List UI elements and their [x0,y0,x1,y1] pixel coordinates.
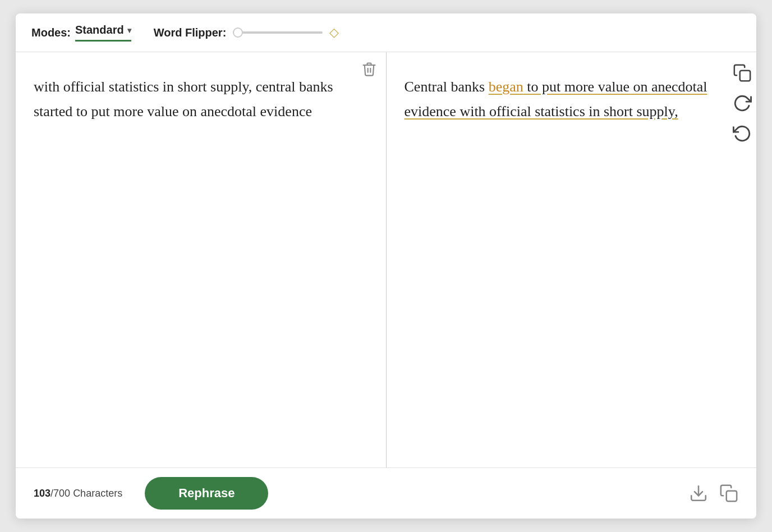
copy-bottom-icon[interactable] [719,484,738,503]
toolbar: Modes: Standard ▾ Word Flipper: ◇ [16,13,756,52]
right-panel-icons [733,63,756,143]
mode-dropdown-button[interactable]: Standard ▾ [75,24,131,42]
undo-icon[interactable] [733,124,752,143]
output-text: Central banks began to put more value on… [405,69,739,456]
input-text[interactable]: with official statistics in short supply… [34,69,368,456]
svg-rect-2 [727,491,737,501]
copy-icon[interactable] [733,63,752,82]
svg-rect-0 [740,71,750,81]
rephrase-button[interactable]: Rephrase [145,477,268,510]
bottom-right-icons [689,484,738,503]
bottom-bar: 103/700 Characters Rephrase [16,467,756,519]
trash-icon[interactable] [361,61,377,77]
chevron-down-icon: ▾ [127,26,131,35]
char-count: 103/700 Characters [34,488,122,499]
word-flipper-label: Word Flipper: [154,26,227,39]
right-panel: Central banks began to put more value on… [387,52,757,467]
mode-selector: Standard ▾ [75,24,131,42]
left-panel-toolbar [361,61,377,77]
highlighted-word-began: began [489,79,523,95]
mode-value: Standard [75,24,124,36]
word-flipper-section: Word Flipper: ◇ [154,25,339,40]
char-count-max: 700 [53,488,70,499]
app-container: Modes: Standard ▾ Word Flipper: ◇ [16,13,756,519]
content-area: with official statistics in short supply… [16,52,756,467]
left-panel: with official statistics in short supply… [16,52,387,467]
char-count-current: 103 [34,488,50,499]
char-count-label: Characters [73,488,122,499]
download-icon[interactable] [689,484,708,503]
slider-thumb[interactable] [233,27,243,38]
refresh-icon[interactable] [733,94,752,113]
word-flipper-slider[interactable] [233,31,323,34]
output-text-normal-1: Central banks [405,79,489,95]
modes-label: Modes: [31,26,71,39]
diamond-icon: ◇ [329,25,339,40]
